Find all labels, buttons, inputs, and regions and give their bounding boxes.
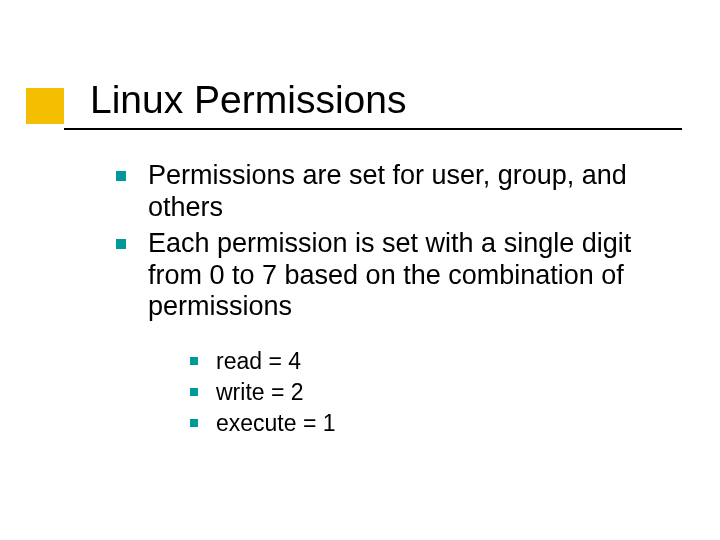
slide: Linux Permissions Permissions are set fo… <box>0 0 720 540</box>
list-item: Permissions are set for user, group, and… <box>110 160 680 224</box>
list-item: Each permission is set with a single dig… <box>110 228 680 438</box>
list-item: read = 4 <box>188 347 680 376</box>
list-item-text: Each permission is set with a single dig… <box>148 228 631 322</box>
slide-title: Linux Permissions <box>90 78 406 122</box>
list-item: write = 2 <box>188 378 680 407</box>
list-item: execute = 1 <box>188 409 680 438</box>
sub-bullet-list: read = 4 write = 2 execute = 1 <box>188 347 680 437</box>
accent-block <box>26 88 64 124</box>
bullet-list: Permissions are set for user, group, and… <box>110 160 680 438</box>
slide-content: Permissions are set for user, group, and… <box>110 160 680 442</box>
title-divider <box>64 128 682 130</box>
